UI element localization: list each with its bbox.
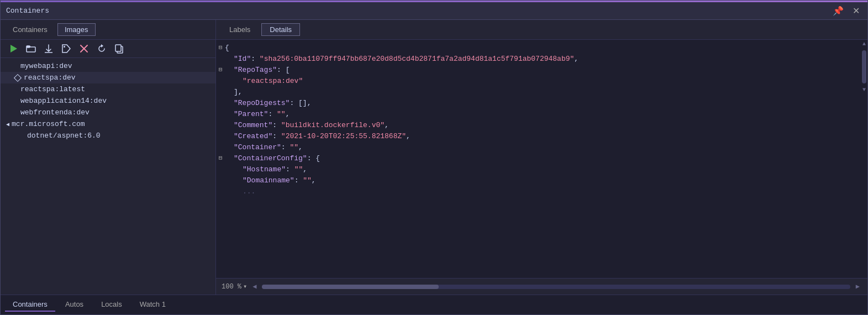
tab-details[interactable]: Details — [261, 23, 300, 36]
json-line: "Domainname": "", — [216, 176, 861, 187]
json-line: "Container": "", — [216, 143, 861, 154]
pin-button[interactable]: 📌 — [830, 6, 846, 17]
list-item[interactable]: reactspa:latest — [1, 83, 215, 95]
collapse-icon[interactable]: ⊟ — [216, 154, 225, 161]
json-line: ⊟ "ContainerConfig": { — [216, 154, 861, 165]
svg-marker-0 — [10, 45, 17, 53]
svg-marker-9 — [101, 44, 103, 48]
content-area: Labels Details ⊟ { "Id": "sha256:0ba1107… — [216, 20, 867, 295]
scrollbar-thumb[interactable] — [862, 50, 866, 83]
open-folder-button[interactable] — [24, 43, 38, 55]
title-controls: 📌 ✕ — [830, 6, 862, 17]
main-window: Containers 📌 ✕ Containers Images — [0, 0, 868, 315]
zoom-label: 100 % — [222, 283, 241, 291]
json-panel: ⊟ { "Id": "sha256:0ba11079ff947bb687e20d… — [216, 40, 867, 278]
list-item-mcr[interactable]: ◀ mcr.microsoft.com — [1, 118, 215, 130]
json-view[interactable]: ⊟ { "Id": "sha256:0ba11079ff947bb687e20d… — [216, 40, 861, 278]
json-line: "Hostname": "", — [216, 165, 861, 176]
copy-button[interactable] — [112, 43, 127, 55]
json-line: ... — [216, 187, 861, 198]
diamond-icon — [14, 74, 22, 81]
bottom-status-bar: 100 % ▾ ◀ ▶ — [216, 278, 867, 295]
list-item[interactable]: dotnet/aspnet:6.0 — [1, 130, 215, 141]
collapse-arrow-icon: ◀ — [6, 121, 9, 128]
scroll-up-icon[interactable]: ▲ — [861, 40, 867, 48]
scroll-down-icon[interactable]: ▼ — [861, 86, 867, 94]
download-button[interactable] — [41, 43, 56, 55]
svg-marker-5 — [62, 45, 70, 53]
vertical-scrollbar[interactable]: ▲ ▼ — [861, 40, 867, 278]
list-item[interactable]: mywebapi:dev — [1, 60, 215, 72]
json-line: ⊟ "RepoTags": [ — [216, 65, 861, 76]
json-line: "Comment": "buildkit.dockerfile.v0", — [216, 120, 861, 132]
tab-watch1[interactable]: Watch 1 — [132, 298, 173, 312]
tab-autos[interactable]: Autos — [57, 298, 91, 312]
title-bar: Containers 📌 ✕ — [1, 2, 867, 20]
json-line: "RepoDigests": [], — [216, 98, 861, 109]
tag-button[interactable] — [59, 43, 73, 55]
window-title: Containers — [6, 7, 830, 15]
scroll-left-icon[interactable]: ◀ — [250, 282, 259, 291]
json-line: ⊟ { — [216, 43, 861, 54]
tab-containers[interactable]: Containers — [6, 24, 54, 35]
sidebar-toolbar — [1, 40, 215, 58]
zoom-dropdown-icon[interactable]: ▾ — [243, 282, 247, 291]
delete-button[interactable] — [77, 43, 91, 55]
json-line: "Parent": "", — [216, 109, 861, 120]
tab-labels[interactable]: Labels — [222, 24, 258, 35]
svg-point-6 — [64, 46, 65, 48]
image-list: mywebapi:dev reactspa:dev reactspa:lates… — [1, 58, 215, 295]
tab-locals[interactable]: Locals — [93, 298, 130, 312]
tab-containers-bottom[interactable]: Containers — [5, 298, 55, 312]
json-line: ], — [216, 87, 861, 98]
sidebar: Containers Images — [1, 20, 216, 295]
run-button[interactable] — [6, 43, 20, 55]
content-tabs: Labels Details — [216, 20, 867, 40]
svg-rect-11 — [115, 45, 121, 51]
list-item[interactable]: webfrontenda:dev — [1, 107, 215, 118]
main-area: Containers Images — [1, 20, 867, 295]
json-line: "Id": "sha256:0ba11079ff947bb687e20d8d5c… — [216, 54, 861, 65]
collapse-icon[interactable]: ⊟ — [216, 66, 225, 73]
tab-images[interactable]: Images — [57, 23, 96, 36]
bottom-tabs: Containers Autos Locals Watch 1 — [1, 295, 867, 314]
list-item-reactspa-dev[interactable]: reactspa:dev — [1, 72, 215, 83]
scroll-right-icon[interactable]: ▶ — [854, 282, 862, 291]
h-scrollbar-thumb[interactable] — [262, 285, 438, 289]
zoom-control: 100 % ▾ — [222, 282, 247, 291]
list-item[interactable]: webapplication14:dev — [1, 95, 215, 107]
json-line: "Created": "2021-10-20T02:25:55.821868Z"… — [216, 132, 861, 143]
collapse-icon[interactable]: ⊟ — [216, 44, 225, 51]
horizontal-scrollbar[interactable] — [262, 285, 850, 289]
refresh-button[interactable] — [94, 43, 109, 55]
sidebar-tabs: Containers Images — [1, 20, 215, 40]
json-line: "reactspa:dev" — [216, 76, 861, 87]
close-button[interactable]: ✕ — [850, 6, 862, 17]
